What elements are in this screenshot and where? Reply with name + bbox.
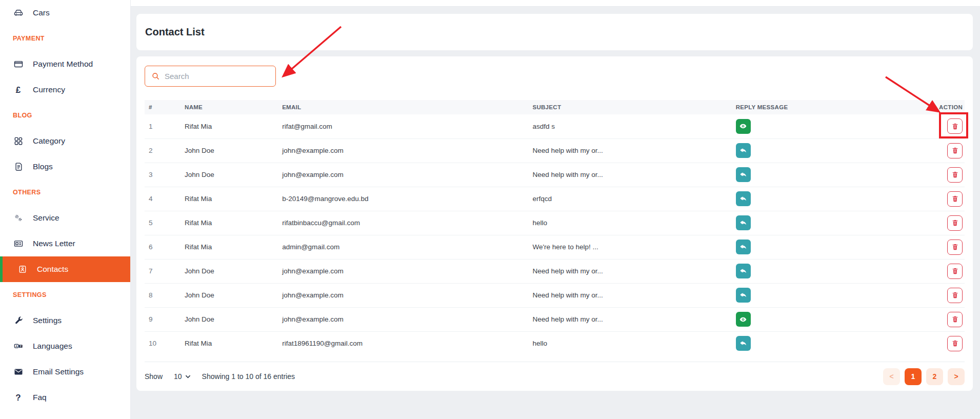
column-header-number: #: [145, 100, 181, 114]
contact-badge-icon: [17, 264, 28, 275]
reply-message-cell: [732, 283, 924, 307]
row-number-cell: 3: [145, 163, 181, 187]
page-size-select[interactable]: 10: [174, 372, 191, 381]
action-cell: [924, 187, 965, 211]
eye-icon: [739, 122, 747, 130]
delete-button[interactable]: [947, 240, 963, 255]
contact-subject-cell: Need help with my or...: [528, 259, 731, 283]
reply-button[interactable]: [736, 167, 751, 182]
row-number-cell: 2: [145, 138, 181, 163]
contact-subject-cell: Need help with my or...: [528, 163, 731, 187]
table-footer: Show 10 Showing 1 to 10 of 16 entries < …: [145, 362, 965, 391]
pagination-page-2-button[interactable]: 2: [926, 368, 943, 385]
reply-button[interactable]: [736, 264, 751, 278]
pagination-page-1-button[interactable]: 1: [905, 368, 922, 385]
column-header-action: ACTION: [924, 100, 965, 114]
delete-button[interactable]: [947, 167, 963, 183]
search-input[interactable]: [165, 72, 262, 81]
contact-list-card: # NAME EMAIL SUBJECT REPLY MESSAGE ACTIO…: [136, 56, 973, 391]
contact-name-cell: Rifat Mia: [181, 331, 278, 355]
sidebar-item-settings[interactable]: Settings: [0, 308, 130, 333]
sidebar-item-category[interactable]: Category: [0, 128, 130, 154]
search-box[interactable]: [145, 66, 276, 87]
reply-button[interactable]: [736, 240, 751, 254]
sidebar-item-label: Faq: [33, 393, 47, 402]
reply-button[interactable]: [736, 143, 751, 158]
car-icon: [13, 8, 24, 18]
contact-table-body: 1 Rifat Mia rifat@gmail.com asdfd s: [145, 114, 965, 355]
action-cell: [924, 331, 965, 355]
reply-message-cell: [732, 307, 924, 331]
pound-icon: £: [13, 85, 24, 95]
row-number-cell: 1: [145, 114, 181, 138]
contact-name-cell: Rifat Mia: [181, 235, 278, 259]
contact-name-cell: Rifat Mia: [181, 187, 278, 211]
sidebar-item-label: Service: [33, 213, 59, 223]
question-icon: ?: [13, 392, 24, 403]
action-cell: [924, 235, 965, 259]
entries-summary: Showing 1 to 10 of 16 entries: [202, 372, 295, 381]
page-header-card: Contact List: [136, 14, 973, 50]
svg-text:Z: Z: [19, 345, 21, 348]
contact-subject-cell: Need help with my or...: [528, 138, 731, 163]
sidebar-item-label: Category: [33, 136, 65, 146]
sidebar-item-label: Languages: [33, 342, 72, 351]
trash-icon: [951, 315, 959, 323]
reply-button[interactable]: [736, 215, 751, 230]
sidebar-item-blogs[interactable]: Blogs: [0, 154, 130, 179]
table-row: 2 John Doe john@example.com Need help wi…: [145, 138, 965, 163]
reply-button[interactable]: [736, 191, 751, 206]
sidebar-item-currency[interactable]: £ Currency: [0, 77, 130, 103]
delete-button[interactable]: [947, 215, 963, 231]
sidebar-item-service[interactable]: Service: [0, 205, 130, 231]
delete-button[interactable]: [947, 288, 963, 303]
contact-subject-cell: erfqcd: [528, 187, 731, 211]
trash-icon: [951, 195, 959, 203]
delete-button-wrap: [947, 143, 963, 158]
delete-button-wrap: [947, 215, 963, 231]
view-reply-button[interactable]: [736, 312, 751, 327]
pagination-prev-button[interactable]: <: [883, 368, 900, 385]
delete-button[interactable]: [947, 336, 963, 351]
sidebar-item-label: Blogs: [33, 162, 53, 171]
table-row: 6 Rifat Mia admin@gmail.com We're here t…: [145, 235, 965, 259]
delete-button[interactable]: [947, 264, 963, 279]
sidebar-item-news-letter[interactable]: News Letter: [0, 231, 130, 256]
table-row: 4 Rifat Mia b-20149@mangrove.edu.bd erfq…: [145, 187, 965, 211]
trash-icon: [951, 267, 959, 275]
sidebar-item-cars[interactable]: Cars: [0, 0, 130, 26]
contact-table: # NAME EMAIL SUBJECT REPLY MESSAGE ACTIO…: [145, 100, 965, 355]
delete-button-wrap: [947, 118, 963, 134]
delete-button[interactable]: [947, 191, 963, 207]
reply-button[interactable]: [736, 288, 751, 303]
reply-icon: [739, 171, 747, 179]
sidebar-item-label: News Letter: [33, 239, 75, 248]
sidebar-item-languages[interactable]: A Z Languages: [0, 333, 130, 359]
contact-email-cell: john@example.com: [278, 283, 528, 307]
reply-icon: [739, 243, 747, 251]
contact-email-cell: john@example.com: [278, 307, 528, 331]
reply-icon: [739, 219, 747, 227]
sidebar-item-faq[interactable]: ? Faq: [0, 385, 130, 410]
reply-message-cell: [732, 235, 924, 259]
delete-button-wrap: [947, 336, 963, 351]
reply-button[interactable]: [736, 336, 751, 351]
table-row: 10 Rifat Mia rifat18961190@gmail.com hel…: [145, 331, 965, 355]
row-number-cell: 9: [145, 307, 181, 331]
delete-button[interactable]: [947, 143, 963, 158]
pagination-next-button[interactable]: >: [948, 368, 965, 385]
trash-icon: [951, 243, 959, 251]
gears-icon: [13, 213, 24, 224]
contact-subject-cell: We're here to help! ...: [528, 235, 731, 259]
view-reply-button[interactable]: [736, 119, 751, 134]
sidebar-item-email-settings[interactable]: Email Settings: [0, 359, 130, 385]
eye-icon: [739, 315, 747, 324]
action-cell: [924, 138, 965, 163]
delete-button[interactable]: [947, 118, 963, 134]
sidebar-item-payment-method[interactable]: Payment Method: [0, 51, 130, 77]
contact-email-cell: b-20149@mangrove.edu.bd: [278, 187, 528, 211]
sidebar-item-contacts[interactable]: Contacts: [0, 256, 130, 282]
contact-email-cell: rifat18961190@gmail.com: [278, 331, 528, 355]
action-cell: [924, 211, 965, 235]
delete-button[interactable]: [947, 312, 963, 327]
